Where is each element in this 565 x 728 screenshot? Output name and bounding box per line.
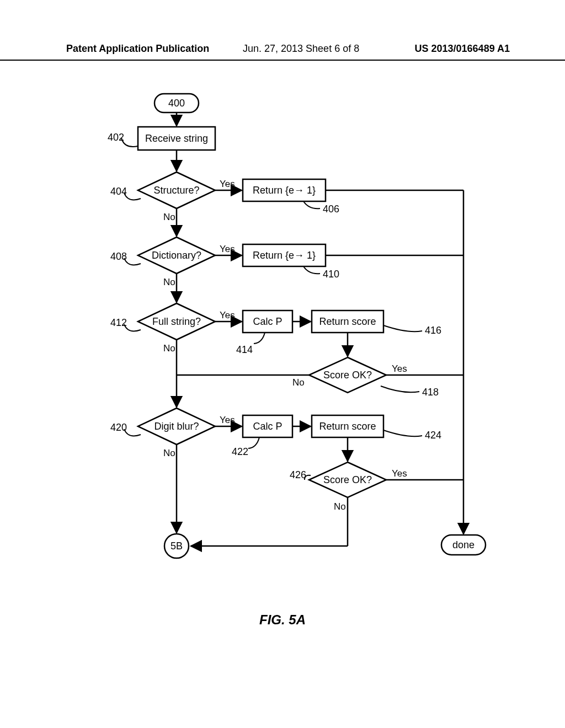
ref-422: 422 (232, 446, 248, 457)
decision-structure-label: Structure? (153, 185, 199, 196)
decision-full-string-label: Full string? (152, 316, 201, 327)
ref-416: 416 (425, 325, 441, 336)
page: Patent Application Publication Jun. 27, … (0, 0, 565, 728)
connector-5b-label: 5B (170, 540, 183, 552)
ref-424: 424 (425, 430, 441, 441)
process-calc-p-b-label: Calc P (253, 421, 282, 432)
edge-426-no: No (334, 501, 346, 512)
decision-dictionary-label: Dictionary? (152, 250, 201, 261)
ref-426: 426 (290, 469, 306, 480)
ref-404: 404 (110, 186, 127, 197)
edge-404-no: No (163, 212, 175, 222)
decision-score-ok-a-label: Score OK? (323, 370, 372, 381)
process-return-score-a-label: Return score (319, 316, 376, 327)
decision-digit-blur-label: Digit blur? (154, 421, 199, 432)
process-return-e1-a-label: Return {e→ 1} (253, 185, 316, 196)
ref-402: 402 (108, 132, 124, 143)
ref-414: 414 (236, 344, 253, 355)
ref-412: 412 (110, 317, 127, 328)
terminator-done-label: done (452, 539, 475, 550)
process-calc-p-a-label: Calc P (253, 316, 282, 327)
process-return-e1-b-label: Return {e→ 1} (253, 250, 316, 261)
process-receive-string-label: Receive string (145, 133, 208, 144)
ref-406: 406 (323, 204, 339, 215)
terminator-start-label: 400 (168, 98, 185, 109)
edge-420-no: No (163, 448, 175, 458)
edge-418-yes: Yes (392, 363, 407, 374)
edge-408-yes: Yes (220, 244, 235, 254)
flowchart: 400 Receive string 402 Structure? 404 Ye… (66, 88, 497, 596)
edge-426-yes: Yes (392, 468, 407, 479)
edge-418-no: No (292, 377, 305, 388)
ref-418: 418 (422, 387, 439, 398)
ref-410: 410 (323, 269, 339, 280)
edge-408-no: No (163, 277, 175, 287)
header-left: Patent Application Publication (66, 43, 209, 55)
header-middle: Jun. 27, 2013 Sheet 6 of 8 (243, 43, 359, 55)
ref-420: 420 (110, 422, 127, 433)
decision-score-ok-b-label: Score OK? (323, 474, 372, 485)
figure-title: FIG. 5A (0, 612, 565, 628)
edge-420-yes: Yes (220, 415, 235, 425)
process-return-score-b-label: Return score (319, 421, 376, 432)
header-right: US 2013/0166489 A1 (415, 43, 510, 55)
edge-404-yes: Yes (220, 179, 235, 189)
page-header: Patent Application Publication Jun. 27, … (0, 43, 565, 61)
edge-412-no: No (163, 343, 175, 354)
ref-408: 408 (110, 251, 127, 262)
edge-412-yes: Yes (220, 310, 235, 320)
